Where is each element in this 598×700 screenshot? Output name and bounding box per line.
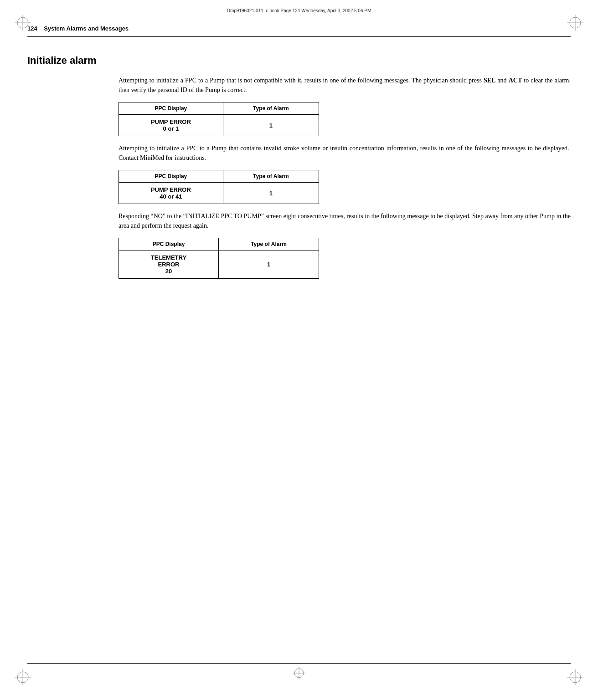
table-3-wrapper: PPC Display Type of Alarm TELEMETRYERROR…: [119, 238, 571, 279]
section-heading: Initialize alarm: [27, 55, 571, 66]
table-2-cell-ppc: PUMP ERROR40 or 41: [119, 183, 223, 204]
top-rule: [27, 36, 571, 37]
bottom-center-mark: [292, 666, 306, 682]
table-row: PUMP ERROR0 or 1 1: [119, 115, 319, 136]
paragraph-2: Attempting to initialize a PPC to a Pump…: [119, 143, 571, 163]
table-2-header-alarm: Type of Alarm: [223, 170, 319, 183]
table-3-cell-ppc: TELEMETRYERROR20: [119, 250, 219, 279]
table-1-header-ppc: PPC Display: [119, 102, 223, 115]
table-2-cell-alarm: 1: [223, 183, 319, 204]
corner-mark-bl: [14, 668, 32, 686]
table-3: PPC Display Type of Alarm TELEMETRYERROR…: [119, 238, 319, 279]
table-2-wrapper: PPC Display Type of Alarm PUMP ERROR40 o…: [119, 170, 571, 204]
table-1: PPC Display Type of Alarm PUMP ERROR0 or…: [119, 102, 319, 136]
corner-mark-tr: [566, 14, 584, 32]
file-info-text: Dmp9196021-011_c.book Page 124 Wednesday…: [227, 8, 371, 13]
table-3-cell-alarm: 1: [219, 250, 319, 279]
section-title-header: System Alarms and Messages: [44, 25, 129, 32]
table-row: PUMP ERROR40 or 41 1: [119, 183, 319, 204]
table-2-header-ppc: PPC Display: [119, 170, 223, 183]
table-1-header-alarm: Type of Alarm: [223, 102, 319, 115]
corner-mark-br: [566, 668, 584, 686]
page-number: 124: [27, 25, 37, 32]
paragraph-1: Attempting to initialize a PPC to a Pump…: [119, 76, 571, 95]
page-container: Dmp9196021-011_c.book Page 124 Wednesday…: [0, 0, 598, 700]
file-info-bar: Dmp9196021-011_c.book Page 124 Wednesday…: [227, 8, 371, 13]
table-1-cell-alarm: 1: [223, 115, 319, 136]
page-header: 124 System Alarms and Messages: [27, 25, 129, 32]
table-2: PPC Display Type of Alarm PUMP ERROR40 o…: [119, 170, 319, 204]
content-area: Initialize alarm Attempting to initializ…: [27, 50, 571, 654]
bottom-rule: [27, 663, 571, 664]
table-1-wrapper: PPC Display Type of Alarm PUMP ERROR0 or…: [119, 102, 571, 136]
table-3-header-alarm: Type of Alarm: [219, 238, 319, 250]
table-3-header-ppc: PPC Display: [119, 238, 219, 250]
table-row: TELEMETRYERROR20 1: [119, 250, 319, 279]
table-1-cell-ppc: PUMP ERROR0 or 1: [119, 115, 223, 136]
paragraph-3: Responding “NO” to the “INITIALIZE PPC T…: [119, 211, 571, 230]
